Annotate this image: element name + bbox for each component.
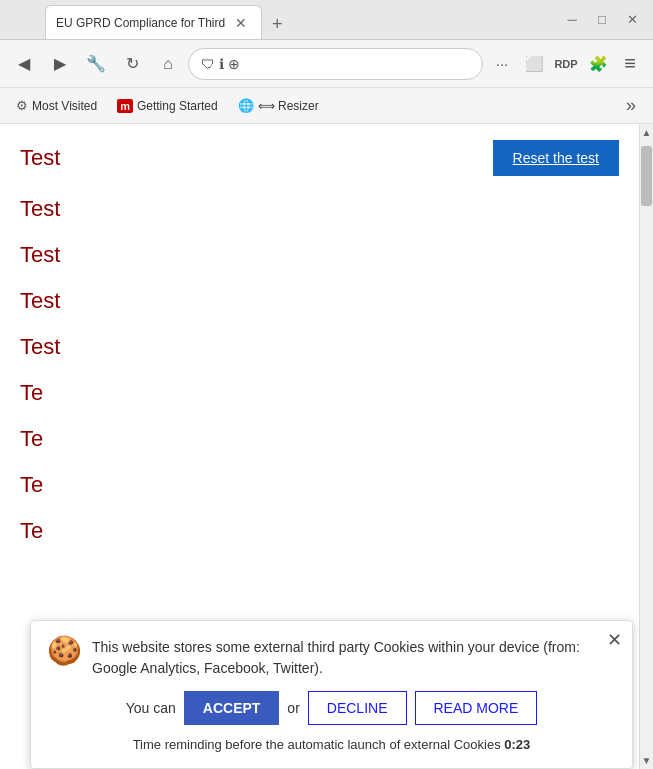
test-item-2: Test <box>20 196 619 222</box>
back-icon: ◀ <box>18 54 30 73</box>
pocket-button[interactable]: ⬜ <box>519 49 549 79</box>
timer-value: 0:23 <box>504 737 530 752</box>
first-test-label: Test <box>20 145 60 171</box>
home-button[interactable]: ⌂ <box>152 48 184 80</box>
active-tab[interactable]: EU GPRD Compliance for Third ✕ <box>45 5 262 39</box>
rdp-button[interactable]: RDP <box>551 49 581 79</box>
decline-button[interactable]: DECLINE <box>308 691 407 725</box>
cookie-close-button[interactable]: ✕ <box>607 629 622 651</box>
bookmarks-more-button[interactable]: » <box>617 92 645 120</box>
scroll-down-button[interactable]: ▼ <box>640 752 654 769</box>
shield-icon: 🛡 <box>201 56 215 72</box>
cookie-consent-dialog: ✕ 🍪 This website stores some external th… <box>30 620 633 769</box>
test-items-list: Test Test Test Test Te Te Te Te <box>20 196 619 544</box>
home-icon: ⌂ <box>163 55 173 73</box>
main-content: Test Reset the test Test Test Test Test … <box>0 124 653 769</box>
most-visited-bookmark[interactable]: ⚙ Most Visited <box>8 94 105 117</box>
globe-icon: 🌐 <box>238 98 254 113</box>
scroll-thumb[interactable] <box>641 146 652 206</box>
page-header: Test Reset the test <box>20 140 619 176</box>
test-item-9: Te <box>20 518 619 544</box>
bookmarks-bar: ⚙ Most Visited m Getting Started 🌐 ⟺ Res… <box>0 88 653 124</box>
more-button[interactable]: ··· <box>487 49 517 79</box>
resizer-label: ⟺ Resizer <box>258 99 319 113</box>
tab-area: EU GPRD Compliance for Third ✕ + <box>0 0 559 39</box>
forward-icon: ▶ <box>54 54 66 73</box>
cookie-icon: 🍪 <box>47 637 82 665</box>
resizer-bookmark[interactable]: 🌐 ⟺ Resizer <box>230 94 327 117</box>
getting-started-bookmark[interactable]: m Getting Started <box>109 95 226 117</box>
or-label: or <box>287 700 299 716</box>
test-item-5: Test <box>20 334 619 360</box>
share-icon: ⊕ <box>228 56 240 72</box>
new-tab-button[interactable]: + <box>262 9 292 39</box>
back-button[interactable]: ◀ <box>8 48 40 80</box>
you-can-label: You can <box>126 700 176 716</box>
settings-button[interactable]: 🔧 <box>80 48 112 80</box>
scroll-track <box>640 141 653 752</box>
window-close-button[interactable]: ✕ <box>619 7 645 33</box>
cookie-header: 🍪 This website stores some external thir… <box>47 637 616 679</box>
puzzle-button[interactable]: 🧩 <box>583 49 613 79</box>
test-item-6: Te <box>20 380 619 406</box>
refresh-button[interactable]: ↻ <box>116 48 148 80</box>
accept-button[interactable]: ACCEPT <box>184 691 280 725</box>
info-icon: ℹ <box>219 56 224 72</box>
maximize-button[interactable]: □ <box>589 7 615 33</box>
window-controls: ─ □ ✕ <box>559 7 653 33</box>
refresh-icon: ↻ <box>126 54 139 73</box>
m-icon: m <box>117 99 133 113</box>
tab-title: EU GPRD Compliance for Third <box>56 16 225 30</box>
test-item-3: Test <box>20 242 619 268</box>
address-icons: 🛡 ℹ ⊕ <box>201 56 240 72</box>
nav-extras: ··· ⬜ RDP 🧩 ≡ <box>487 49 645 79</box>
read-more-button[interactable]: READ MORE <box>415 691 538 725</box>
test-item-8: Te <box>20 472 619 498</box>
getting-started-label: Getting Started <box>137 99 218 113</box>
most-visited-label: Most Visited <box>32 99 97 113</box>
settings-icon: 🔧 <box>86 54 106 73</box>
gear-icon: ⚙ <box>16 98 28 113</box>
minimize-button[interactable]: ─ <box>559 7 585 33</box>
cookie-timer: Time reminding before the automatic laun… <box>47 737 616 752</box>
tab-close-button[interactable]: ✕ <box>231 13 251 33</box>
menu-button[interactable]: ≡ <box>615 49 645 79</box>
reset-test-button[interactable]: Reset the test <box>493 140 619 176</box>
address-bar[interactable]: 🛡 ℹ ⊕ <box>188 48 483 80</box>
cookie-actions: You can ACCEPT or DECLINE READ MORE <box>47 691 616 725</box>
timer-text: Time reminding before the automatic laun… <box>133 737 501 752</box>
forward-button[interactable]: ▶ <box>44 48 76 80</box>
test-item-7: Te <box>20 426 619 452</box>
scroll-up-button[interactable]: ▲ <box>640 124 654 141</box>
test-item-4: Test <box>20 288 619 314</box>
title-bar: EU GPRD Compliance for Third ✕ + ─ □ ✕ <box>0 0 653 40</box>
navigation-bar: ◀ ▶ 🔧 ↻ ⌂ 🛡 ℹ ⊕ ··· ⬜ RDP 🧩 ≡ <box>0 40 653 88</box>
cookie-message: This website stores some external third … <box>92 637 616 679</box>
scrollbar[interactable]: ▲ ▼ <box>639 124 653 769</box>
chevron-right-icon: » <box>626 95 636 116</box>
